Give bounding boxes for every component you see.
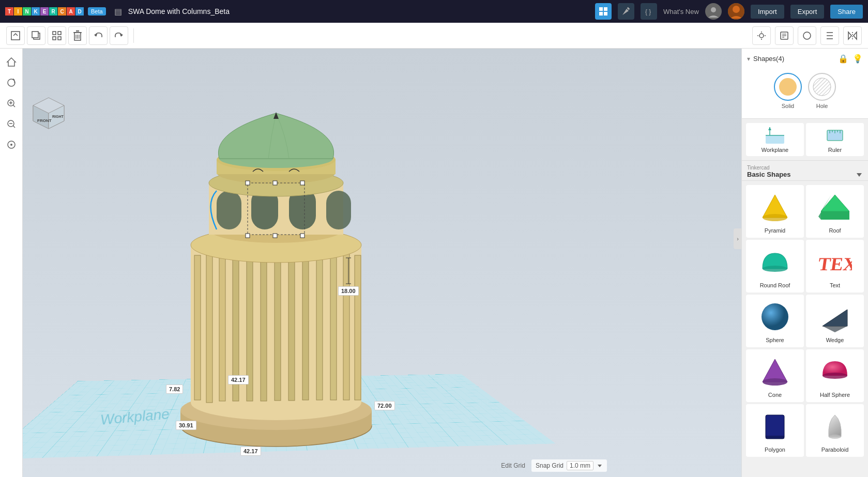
svg-rect-73 [288, 242, 295, 401]
shape-half-sphere[interactable]: Half Sphere [806, 349, 864, 402]
library-title-row: Basic Shapes [747, 171, 863, 178]
doc-icon: ▤ [114, 7, 122, 17]
svg-point-129 [763, 378, 787, 386]
svg-rect-3 [604, 12, 607, 16]
svg-rect-4 [627, 7, 630, 10]
paraboloid-label: Paraboloid [821, 447, 849, 453]
ruler-tool[interactable]: Ruler [806, 123, 864, 156]
home-view-btn[interactable] [2, 53, 21, 71]
snap-grid: Snap Grid 1.0 mm [531, 459, 607, 472]
svg-rect-72 [275, 241, 281, 401]
svg-rect-71 [261, 242, 267, 401]
workplane-tool[interactable]: Workplane [746, 123, 804, 156]
lock-icon[interactable]: 🔒 [838, 54, 848, 64]
share-button[interactable]: Share [830, 5, 863, 19]
import-button[interactable]: Import [751, 5, 784, 19]
copy-workplane-btn[interactable] [6, 26, 25, 45]
user-menu[interactable] [705, 3, 722, 20]
svg-rect-9 [11, 32, 20, 40]
polygon-label: Polygon [765, 447, 785, 453]
measurement-7: 7.82 [166, 384, 183, 394]
text-shape-icon: TEXT [817, 244, 853, 280]
shape-polygon[interactable]: Polygon [746, 404, 804, 457]
svg-point-24 [759, 34, 764, 38]
svg-rect-94 [300, 181, 304, 185]
svg-line-49 [13, 126, 15, 128]
shape-paraboloid[interactable]: Paraboloid [806, 404, 864, 457]
visibility-icon[interactable]: 💡 [852, 54, 863, 64]
measurement-42-1: 42.17 [228, 375, 249, 384]
svg-rect-85 [326, 191, 351, 229]
shape-round-roof[interactable]: Round Roof [746, 240, 804, 293]
shape-cone[interactable]: Cone [746, 349, 804, 402]
edit-grid-label[interactable]: Edit Grid [501, 462, 525, 469]
svg-marker-22 [94, 34, 97, 37]
svg-marker-23 [120, 34, 123, 37]
svg-marker-37 [848, 32, 851, 39]
rotate-view-btn[interactable] [2, 73, 21, 92]
zoom-in-btn[interactable] [2, 94, 21, 113]
light-btn[interactable] [752, 26, 771, 45]
export-button[interactable]: Export [790, 5, 825, 19]
solid-option[interactable]: Solid [774, 73, 802, 109]
duplicate-btn[interactable] [27, 26, 45, 45]
svg-rect-66 [194, 255, 201, 400]
snap-grid-value[interactable]: 1.0 mm [567, 461, 593, 470]
half-sphere-icon [817, 353, 853, 390]
hole-option[interactable]: Hole [808, 73, 836, 109]
shape-sphere[interactable]: Sphere [746, 295, 804, 347]
panel-collapse-btn[interactable]: › [734, 228, 742, 249]
shape-roof[interactable]: Roof [806, 185, 864, 238]
code-btn[interactable]: { } [641, 3, 657, 20]
reset-view-btn[interactable] [2, 135, 21, 154]
svg-point-122 [763, 266, 787, 272]
undo-btn[interactable] [89, 26, 108, 45]
note-btn[interactable] [775, 26, 794, 45]
circle-select-btn[interactable] [798, 26, 816, 45]
whats-new-btn[interactable]: What's New [663, 8, 699, 16]
orientation-cube[interactable]: FRONT RIGHT [28, 95, 69, 136]
svg-rect-13 [58, 32, 61, 35]
hammer-btn[interactable] [618, 3, 634, 20]
measurement-72: 72.00 [374, 401, 395, 410]
svg-point-51 [10, 144, 12, 146]
redo-btn[interactable] [110, 26, 128, 45]
shapes-icons: 🔒 💡 [838, 54, 863, 64]
measurement-42-2: 42.17 [240, 447, 261, 456]
shape-wedge[interactable]: Wedge [806, 295, 864, 347]
svg-point-33 [803, 32, 811, 39]
shapes-collapse-arrow[interactable]: ▾ [747, 55, 750, 63]
tools-panel: Workplane Ruler [742, 119, 868, 161]
library-dropdown-icon[interactable] [856, 171, 863, 178]
hole-label: Hole [816, 103, 828, 109]
svg-rect-11 [32, 32, 38, 38]
shape-pyramid[interactable]: Pyramid [746, 185, 804, 238]
shape-options: Solid Hole [747, 69, 863, 113]
svg-marker-116 [857, 173, 862, 177]
pyramid-icon [757, 189, 793, 225]
logo: T I N K E R C A D [5, 7, 84, 16]
viewport[interactable]: FRONT RIGHT Workplane [23, 49, 741, 477]
doc-title[interactable]: SWA Dome with Columns_Beta [128, 7, 230, 16]
snap-grid-chevron[interactable] [597, 463, 603, 469]
3d-view-btn[interactable] [595, 3, 612, 20]
svg-rect-14 [53, 37, 56, 40]
library-header: Tinkercad Basic Shapes [742, 161, 868, 181]
align-btn[interactable] [820, 26, 839, 45]
mirror-btn[interactable] [843, 26, 862, 45]
svg-point-118 [763, 214, 787, 221]
logo-c: C [58, 7, 66, 16]
svg-text:TEXT: TEXT [818, 254, 852, 274]
user-profile-img[interactable] [728, 3, 744, 20]
toolbar-separator [133, 28, 134, 43]
delete-btn[interactable] [68, 26, 87, 45]
zoom-out-btn[interactable] [2, 115, 21, 133]
shape-text[interactable]: TEXT Text [806, 240, 864, 293]
main-area: FRONT RIGHT Workplane [0, 49, 868, 477]
ruler-label-tool: Ruler [828, 147, 842, 153]
topbar-right: { } What's New Import Export Share [595, 3, 863, 20]
sphere-icon [757, 299, 793, 335]
svg-rect-2 [599, 12, 603, 16]
group-btn[interactable] [48, 26, 66, 45]
shapes-title: Shapes(4) [753, 55, 835, 63]
